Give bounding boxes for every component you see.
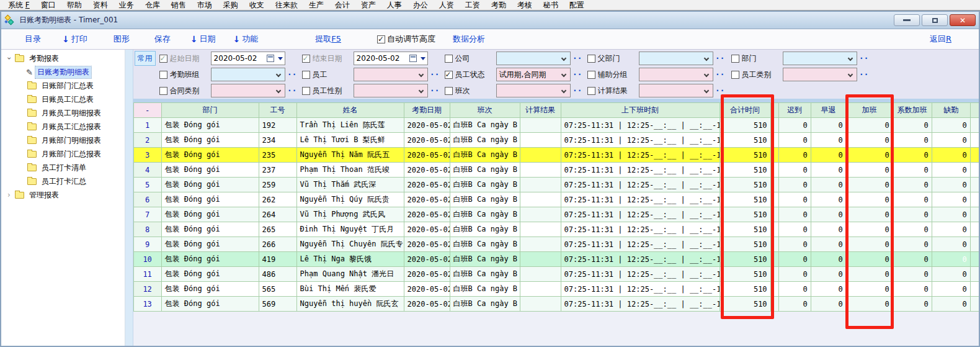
cell-date[interactable]: 2020-05-02 <box>404 267 450 282</box>
menu-item-销售[interactable]: 销售 <box>166 0 192 11</box>
cell-late[interactable]: 0 <box>778 237 811 252</box>
cell-absence[interactable]: 0 <box>932 267 970 282</box>
cell-calc_result[interactable] <box>520 163 561 178</box>
部门-checkbox[interactable] <box>731 55 739 63</box>
cell-name[interactable]: Vũ Thị Thắm 武氏深 <box>296 178 404 192</box>
more-options-button[interactable]: ·· <box>574 54 583 63</box>
cell-spacer[interactable] <box>770 297 778 312</box>
cell-overtime[interactable]: 0 <box>846 297 893 312</box>
公司-dropdown[interactable] <box>496 52 571 65</box>
cell-tail[interactable] <box>970 297 979 312</box>
cell-name[interactable]: Bùi Thị Mến 裴氏爱 <box>296 282 404 297</box>
cell-absence[interactable]: 0 <box>932 297 970 312</box>
column-header-计算结果[interactable]: 计算结果 <box>520 103 561 118</box>
cell-dept[interactable]: 包装 Đóng gói <box>161 118 259 133</box>
结束日期-checkbox[interactable] <box>302 55 310 63</box>
cell-absence[interactable]: 0 <box>932 133 970 148</box>
cell-dept[interactable]: 包装 Đóng gói <box>161 148 259 163</box>
cell-late[interactable]: 0 <box>778 252 811 267</box>
cell-name[interactable]: Đinh Thị Nguyệt 丁氏月 <box>296 222 404 237</box>
cell-emp_id[interactable]: 234 <box>259 133 296 148</box>
cell-absence[interactable]: 0 <box>932 282 970 297</box>
cell-num[interactable]: 10 <box>133 252 161 267</box>
more-options-button[interactable]: ·· <box>716 86 726 95</box>
cell-overtime[interactable]: 0 <box>846 222 893 237</box>
cell-clock_times[interactable]: 07:25-11:31 | 12:25-__:__ | __:__-17:02 <box>561 252 719 267</box>
cell-absence[interactable]: 0 <box>932 118 970 133</box>
more-options-button[interactable]: ·· <box>716 70 726 79</box>
cell-overtime[interactable]: 0 <box>846 148 893 163</box>
more-options-button[interactable]: ·· <box>574 70 583 79</box>
menu-item-秘书[interactable]: 秘书 <box>538 0 564 11</box>
辅助分组-dropdown[interactable] <box>639 68 713 81</box>
cell-name[interactable]: Phạm Quang Nhật 潘光日 <box>296 267 404 282</box>
cell-tail[interactable] <box>970 222 979 237</box>
sidebar-item-月账员工汇总报表[interactable]: 月账员工汇总报表 <box>1 120 125 133</box>
cell-late[interactable]: 0 <box>778 163 811 178</box>
cell-date[interactable]: 2020-05-02 <box>404 297 450 312</box>
cell-early_leave[interactable]: 0 <box>811 133 846 148</box>
cell-coefficient_overtime[interactable]: 0 <box>893 133 932 148</box>
column-header-tail[interactable] <box>970 103 979 118</box>
menu-item-仓库[interactable]: 仓库 <box>140 0 166 11</box>
cell-shift[interactable]: 白班B Ca ngày B <box>450 192 520 207</box>
menu-item-系统[interactable]: 系统 F <box>2 0 35 11</box>
cell-total_time[interactable]: 510 <box>719 267 770 282</box>
cell-total_time[interactable]: 510 <box>719 133 770 148</box>
cell-spacer[interactable] <box>770 207 778 222</box>
父部门-dropdown[interactable] <box>639 52 713 65</box>
辅助分组-checkbox[interactable] <box>587 71 595 79</box>
cell-total_time[interactable]: 510 <box>719 178 770 192</box>
column-header-姓名[interactable]: 姓名 <box>296 103 404 118</box>
sidebar-item-日账部门汇总表[interactable]: 日账部门汇总表 <box>1 79 125 92</box>
cell-calc_result[interactable] <box>520 222 561 237</box>
cell-coefficient_overtime[interactable]: 0 <box>893 297 932 312</box>
cell-clock_times[interactable]: 07:25-11:31 | 12:25-__:__ | __:__-17:02 <box>561 282 719 297</box>
cell-absence[interactable]: 0 <box>932 237 970 252</box>
cell-tail[interactable] <box>970 133 979 148</box>
cell-absence[interactable]: 0 <box>932 222 970 237</box>
cell-tail[interactable] <box>970 252 979 267</box>
自动调节高度-checkbox[interactable] <box>377 35 385 43</box>
cell-emp_id[interactable]: 192 <box>259 118 296 133</box>
cell-overtime[interactable]: 0 <box>846 282 893 297</box>
cell-overtime[interactable]: 0 <box>846 252 893 267</box>
cell-name[interactable]: Nguyễn Thị Qúy 阮氏贵 <box>296 192 404 207</box>
cell-spacer[interactable] <box>770 252 778 267</box>
more-options-button[interactable]: ·· <box>431 86 440 95</box>
cell-name[interactable]: Trần Thị Liên 陈氏莲 <box>296 118 404 133</box>
cell-spacer[interactable] <box>770 267 778 282</box>
cell-late[interactable]: 0 <box>778 267 811 282</box>
cell-early_leave[interactable]: 0 <box>811 267 846 282</box>
toolbar-图形-button[interactable]: 图形 <box>114 34 130 45</box>
more-options-button[interactable]: ·· <box>431 70 440 79</box>
cell-date[interactable]: 2020-05-02 <box>404 163 450 178</box>
cell-tail[interactable] <box>970 163 979 178</box>
toolbar-提取-button[interactable]: 提取F5 <box>315 34 341 45</box>
cell-num[interactable]: 5 <box>133 178 161 192</box>
cell-absence[interactable]: 0 <box>932 252 970 267</box>
cell-shift[interactable]: 白班B Ca ngày B <box>450 237 520 252</box>
menu-item-业务[interactable]: 业务 <box>114 0 140 11</box>
toolbar-打印-button[interactable]: ↓打印 <box>62 34 87 45</box>
cell-emp_id[interactable]: 259 <box>259 178 296 192</box>
员工-checkbox[interactable] <box>302 71 310 79</box>
cell-early_leave[interactable]: 0 <box>811 163 846 178</box>
cell-shift[interactable]: 白班B Ca ngày B <box>450 282 520 297</box>
cell-dept[interactable]: 包装 Đóng gói <box>161 163 259 178</box>
cell-late[interactable]: 0 <box>778 118 811 133</box>
cell-emp_id[interactable]: 264 <box>259 207 296 222</box>
cell-coefficient_overtime[interactable]: 0 <box>893 163 932 178</box>
menu-item-窗口[interactable]: 窗口 <box>35 0 61 11</box>
cell-total_time[interactable]: 510 <box>719 297 770 312</box>
cell-absence[interactable]: 0 <box>932 178 970 192</box>
cell-emp_id[interactable]: 265 <box>259 222 296 237</box>
column-header-加班[interactable]: 加班 <box>846 103 893 118</box>
起始日期-checkbox[interactable] <box>159 55 167 63</box>
cell-shift[interactable]: 白班B Ca ngày B <box>450 178 520 192</box>
cell-early_leave[interactable]: 0 <box>811 207 846 222</box>
cell-emp_id[interactable]: 237 <box>259 163 296 178</box>
cell-tail[interactable] <box>970 192 979 207</box>
考勤班组-dropdown[interactable] <box>211 68 285 81</box>
cell-total_time[interactable]: 510 <box>719 192 770 207</box>
